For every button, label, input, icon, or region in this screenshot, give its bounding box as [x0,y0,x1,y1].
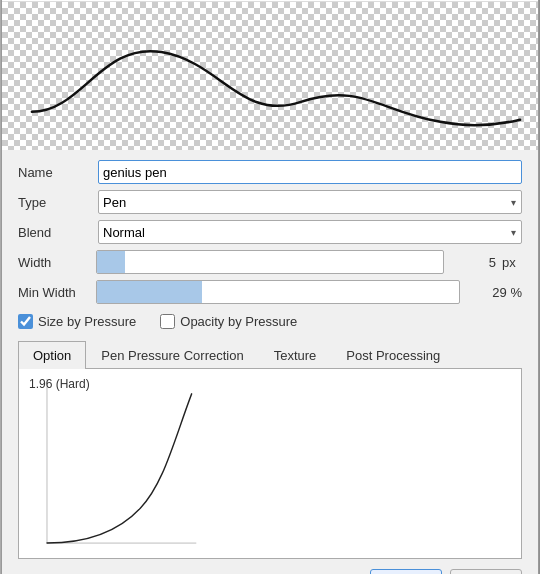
blend-label: Blend [18,225,90,240]
minwidth-value: 29 % [466,285,522,300]
opacity-by-pressure-item[interactable]: Opacity by Pressure [160,314,297,329]
edit-brush-dialog: Edit Brush × Name Type Pen Marker Airbru… [1,0,539,574]
name-input[interactable] [98,160,522,184]
name-label: Name [18,165,90,180]
tab-option[interactable]: Option [18,341,86,369]
brush-preview [2,2,538,150]
size-by-pressure-checkbox[interactable] [18,314,33,329]
blend-row: Blend Normal Multiply Screen ▾ [18,220,522,244]
type-select-wrapper: Pen Marker Airbrush ▾ [98,190,522,214]
opacity-by-pressure-checkbox[interactable] [160,314,175,329]
minwidth-slider[interactable] [96,280,460,304]
cancel-button[interactable]: Cancel [450,569,522,574]
type-row: Type Pen Marker Airbrush ▾ [18,190,522,214]
size-by-pressure-item[interactable]: Size by Pressure [18,314,136,329]
width-unit: px [502,255,522,270]
form-area: Name Type Pen Marker Airbrush ▾ Blend No… [2,150,538,341]
blend-select[interactable]: Normal Multiply Screen [98,220,522,244]
opacity-by-pressure-label: Opacity by Pressure [180,314,297,329]
width-slider[interactable] [96,250,444,274]
minwidth-fill [97,281,202,303]
tabs-wrapper: Option Pen Pressure Correction Texture P… [2,341,538,559]
width-label: Width [18,255,90,270]
curve-label: 1.96 (Hard) [29,377,90,391]
minwidth-label: Min Width [18,285,90,300]
curve-chart [19,369,521,558]
type-label: Type [18,195,90,210]
ok-button[interactable]: OK [370,569,442,574]
button-row: OK Cancel [2,559,538,574]
tabs-bar: Option Pen Pressure Correction Texture P… [18,341,522,369]
name-row: Name [18,160,522,184]
type-select[interactable]: Pen Marker Airbrush [98,190,522,214]
width-row: Width 5 px [18,250,522,274]
tab-texture[interactable]: Texture [259,341,332,369]
blend-select-wrapper: Normal Multiply Screen ▾ [98,220,522,244]
tab-panel-option: 1.96 (Hard) [19,369,521,558]
checkbox-row: Size by Pressure Opacity by Pressure [18,310,522,331]
minwidth-row: Min Width 29 % [18,280,522,304]
tab-post-processing[interactable]: Post Processing [331,341,455,369]
width-value: 5 [450,255,496,270]
tab-content: 1.96 (Hard) [18,369,522,559]
tab-pen-pressure[interactable]: Pen Pressure Correction [86,341,258,369]
size-by-pressure-label: Size by Pressure [38,314,136,329]
width-fill [97,251,125,273]
